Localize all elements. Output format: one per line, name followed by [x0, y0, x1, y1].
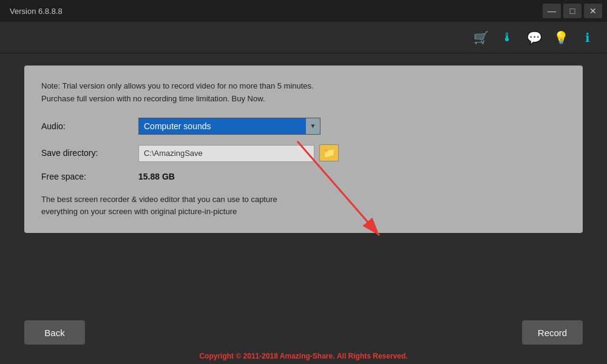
thermometer-icon[interactable]: 🌡 — [498, 28, 517, 47]
settings-card: Note: Trial version only allows you to r… — [24, 66, 583, 233]
bottom-buttons: Back Record — [0, 320, 607, 345]
bulb-icon[interactable]: 💡 — [551, 28, 571, 47]
audio-control: Computer sounds Microphone No audio Ster… — [138, 118, 566, 135]
freespace-row: Free space: 15.88 GB — [41, 172, 566, 181]
audio-row: Audio: Computer sounds Microphone No aud… — [41, 118, 566, 135]
save-dir-input[interactable] — [138, 145, 314, 162]
save-dir-control: 📁 — [138, 144, 566, 162]
audio-dropdown-wrapper: Computer sounds Microphone No audio Ster… — [138, 118, 320, 135]
minimize-button[interactable]: — — [543, 4, 561, 18]
back-button[interactable]: Back — [24, 320, 85, 345]
freespace-value: 15.88 GB — [138, 172, 175, 181]
save-dir-label: Save directory: — [41, 148, 138, 158]
freespace-label: Free space: — [41, 172, 138, 181]
cart-icon[interactable]: 🛒 — [471, 28, 490, 47]
copyright: Copyright © 2011-2018 Amazing-Share. All… — [199, 352, 407, 360]
trial-notice: Note: Trial version only allows you to r… — [41, 80, 566, 106]
titlebar: Version 6.8.8.8 — □ ✕ — [0, 0, 607, 22]
speech-icon[interactable]: 💬 — [524, 28, 544, 47]
version-label: Version 6.8.8.8 — [10, 7, 63, 16]
audio-dropdown[interactable]: Computer sounds Microphone No audio Ster… — [138, 118, 320, 135]
maximize-button[interactable]: □ — [563, 4, 582, 18]
close-button[interactable]: ✕ — [584, 4, 602, 18]
bottom-bar: Back Record Copyright © 2011-2018 Amazin… — [0, 309, 607, 364]
main-content: Note: Trial version only allows you to r… — [0, 53, 607, 257]
audio-label: Audio: — [41, 121, 138, 131]
description: The best screen recorder & video editor … — [41, 194, 566, 219]
save-dir-row: Save directory: 📁 — [41, 144, 566, 162]
record-button[interactable]: Record — [522, 320, 583, 345]
toolbar: 🛒 🌡 💬 💡 ℹ — [0, 22, 607, 53]
highlight-all: All — [337, 352, 346, 360]
browse-folder-button[interactable]: 📁 — [319, 144, 339, 161]
info-icon[interactable]: ℹ — [578, 28, 597, 47]
